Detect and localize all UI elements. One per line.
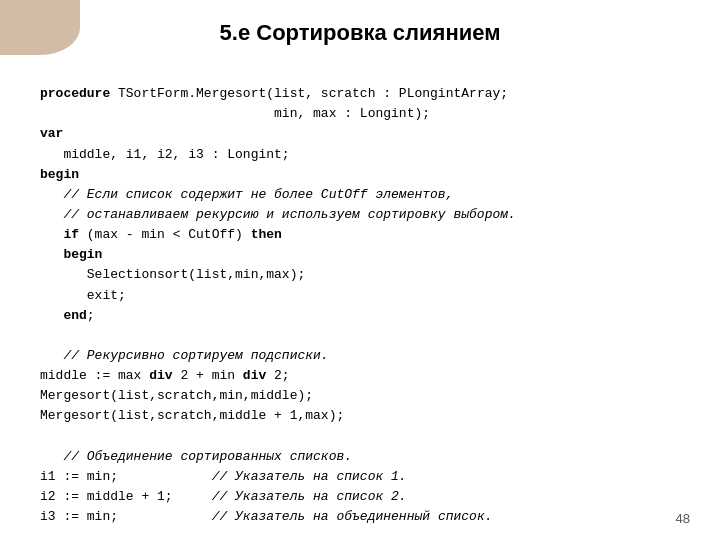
slide: 5.е Сортировка слиянием procedure TSortF…: [0, 0, 720, 540]
page-number: 48: [676, 511, 690, 526]
decoration: [0, 0, 80, 55]
line-mergesort2: Mergesort(list,scratch,middle + 1,max);: [40, 408, 344, 423]
line-vars: middle, i1, i2, i3 : Longint;: [40, 147, 290, 162]
line-selectionsort: Selectionsort(list,min,max);: [40, 267, 305, 282]
line-i1: i1 := min; // Указатель на список 1.: [40, 469, 407, 484]
line-end-semi: end;: [40, 308, 95, 323]
line-var: var: [40, 126, 63, 141]
line-comment2: // останавливаем рекурсию и используем с…: [40, 207, 516, 222]
code-block: procedure TSortForm.Mergesort(list, scra…: [40, 64, 680, 540]
line-i3: i3 := min; // Указатель на объединенный …: [40, 509, 493, 524]
line-comment3: // Рекурсивно сортируем подсписки.: [40, 348, 329, 363]
line-begin1: begin: [40, 167, 79, 182]
line-mergesort1: Mergesort(list,scratch,min,middle);: [40, 388, 313, 403]
line-1: procedure TSortForm.Mergesort(list, scra…: [40, 86, 508, 101]
line-comment4: // Объединение сортированных списков.: [40, 449, 352, 464]
line-i2: i2 := middle + 1; // Указатель на список…: [40, 489, 407, 504]
line-exit: exit;: [40, 288, 126, 303]
line-begin2: begin: [40, 247, 102, 262]
slide-title: 5.е Сортировка слиянием: [40, 20, 680, 46]
line-comment1: // Если список содержит не более CutOff …: [40, 187, 453, 202]
line-middle: middle := max div 2 + min div 2;: [40, 368, 290, 383]
line-if: if (max - min < CutOff) then: [40, 227, 282, 242]
line-2: min, max : Longint);: [40, 106, 430, 121]
